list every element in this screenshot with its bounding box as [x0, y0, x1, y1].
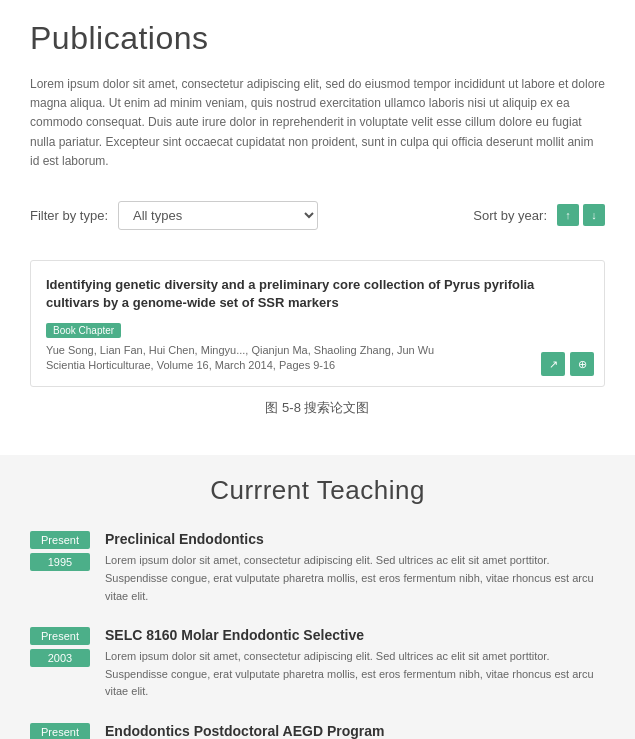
badge-year-1: 1995 [30, 553, 90, 571]
pub-bookmark-button[interactable]: ⊕ [570, 352, 594, 376]
teaching-section: Currrent Teaching Present 1995 Preclinic… [0, 455, 635, 739]
figure-caption-search: 图 5-8 搜索论文图 [30, 387, 605, 425]
teaching-badges-2: Present 2003 [30, 627, 90, 701]
publication-card: Identifying genetic diversity and a prel… [30, 260, 605, 387]
filter-type-select[interactable]: All types Book Chapter Journal Article [118, 201, 318, 230]
pub-journal: Scientia Horticulturae, Volume 16, March… [46, 359, 589, 371]
teaching-desc-2: Lorem ipsum dolor sit amet, consectetur … [105, 648, 605, 701]
teaching-desc-1: Lorem ipsum dolor sit amet, consectetur … [105, 552, 605, 605]
publications-body: Lorem ipsum dolor sit amet, consectetur … [30, 75, 605, 171]
pub-title: Identifying genetic diversity and a prel… [46, 276, 589, 312]
teaching-title: Currrent Teaching [30, 475, 605, 506]
teaching-name-1: Preclinical Endodontics [105, 531, 605, 547]
pub-authors: Yue Song, Lian Fan, Hui Chen, Mingyu...,… [46, 344, 589, 356]
sort-asc-button[interactable]: ↑ [557, 204, 579, 226]
badge-year-2: 2003 [30, 649, 90, 667]
publications-section: Publications Lorem ipsum dolor sit amet,… [0, 0, 635, 455]
pub-tag: Book Chapter [46, 323, 121, 338]
sort-desc-button[interactable]: ↓ [583, 204, 605, 226]
teaching-item-2: Present 2003 SELC 8160 Molar Endodontic … [30, 627, 605, 701]
page-wrapper: Publications Lorem ipsum dolor sit amet,… [0, 0, 635, 739]
teaching-badges-1: Present 1995 [30, 531, 90, 605]
filter-label: Filter by type: [30, 208, 108, 223]
teaching-content-2: SELC 8160 Molar Endodontic Selective Lor… [105, 627, 605, 701]
filter-bar: Filter by type: All types Book Chapter J… [30, 191, 605, 240]
publications-title: Publications [30, 20, 605, 57]
badge-present-2: Present [30, 627, 90, 645]
sort-label: Sort by year: [473, 208, 547, 223]
pub-actions: ↗ ⊕ [541, 352, 594, 376]
teaching-name-2: SELC 8160 Molar Endodontic Selective [105, 627, 605, 643]
publication-card-wrapper: Identifying genetic diversity and a prel… [30, 260, 605, 387]
teaching-name-3: Endodontics Postdoctoral AEGD Program [105, 723, 605, 739]
teaching-item-1: Present 1995 Preclinical Endodontics Lor… [30, 531, 605, 605]
teaching-item-3: Present 2010 Endodontics Postdoctoral AE… [30, 723, 605, 739]
teaching-content-1: Preclinical Endodontics Lorem ipsum dolo… [105, 531, 605, 605]
pub-link-button[interactable]: ↗ [541, 352, 565, 376]
sort-icons: ↑ ↓ [557, 204, 605, 226]
badge-present-3: Present [30, 723, 90, 739]
teaching-badges-3: Present 2010 [30, 723, 90, 739]
teaching-content-3: Endodontics Postdoctoral AEGD Program Lo… [105, 723, 605, 739]
badge-present-1: Present [30, 531, 90, 549]
